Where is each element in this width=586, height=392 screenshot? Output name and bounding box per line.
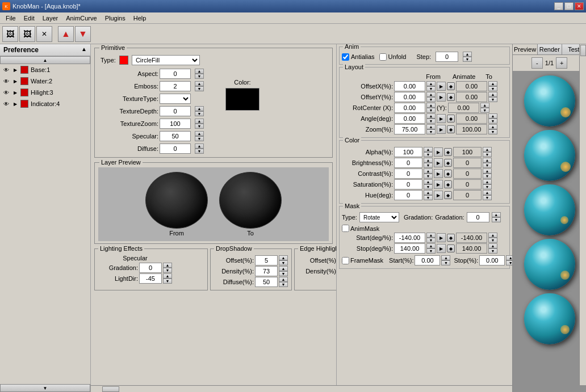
ds-dif-down[interactable]: ▼ — [279, 282, 288, 287]
primitive-type-select[interactable]: CircleFill Circle Rectangle — [132, 55, 200, 65]
toolbar-down-button[interactable]: ▼ — [75, 26, 91, 42]
alpha-to[interactable] — [453, 147, 482, 157]
offsetx-from[interactable] — [394, 81, 425, 91]
ds-den-down[interactable]: ▼ — [279, 271, 288, 276]
lightdir-input[interactable] — [139, 273, 162, 284]
animmask-label[interactable]: AnimMask — [342, 225, 379, 232]
saturation-to[interactable] — [453, 179, 482, 189]
gradation-spinner[interactable]: ▲ ▼ — [163, 263, 172, 273]
ds-offset-input[interactable] — [255, 255, 278, 265]
df-down[interactable]: ▼ — [195, 149, 204, 154]
td-up[interactable]: ▲ — [195, 106, 204, 111]
emboss-spinner[interactable]: ▲ ▼ — [195, 81, 206, 91]
ds-diffuse-input[interactable] — [255, 277, 278, 287]
eye-icon-base[interactable]: 👁 — [2, 66, 10, 74]
mask-start-to[interactable] — [456, 233, 487, 243]
emboss-input[interactable] — [160, 81, 191, 91]
mask-stop-from[interactable] — [394, 243, 425, 254]
texture-zoom-spinner[interactable]: ▲ ▼ — [195, 119, 206, 129]
gradation-input[interactable] — [139, 263, 162, 273]
toolbar-up-button[interactable]: ▲ — [58, 26, 74, 42]
diffuse-input[interactable] — [160, 144, 191, 154]
texture-type-select[interactable] — [160, 94, 191, 104]
color-preview-swatch[interactable] — [225, 88, 259, 111]
ds-density-spinner[interactable]: ▲ ▼ — [279, 266, 288, 276]
step-down[interactable]: ▼ — [463, 57, 472, 62]
sidebar-item-water[interactable]: 👁 ▶ Water:2 — [0, 75, 90, 87]
zoom-from[interactable] — [394, 124, 425, 134]
ds-off-down[interactable]: ▼ — [279, 260, 288, 265]
aspect-input[interactable] — [160, 69, 191, 79]
angle-key[interactable]: ◆ — [447, 115, 455, 123]
expand-icon-indicator[interactable]: ▶ — [12, 101, 18, 107]
expand-icon-base[interactable]: ▶ — [12, 67, 18, 73]
eye-icon-water[interactable]: 👁 — [2, 77, 10, 85]
rotcenter-x-from[interactable] — [394, 103, 425, 113]
nav-next-button[interactable]: + — [556, 57, 567, 69]
texture-zoom-input[interactable] — [160, 119, 191, 129]
alpha-from[interactable] — [394, 147, 422, 157]
angle-animate[interactable]: ▶ — [437, 114, 446, 123]
mask-type-select[interactable]: Rotate — [359, 212, 399, 222]
offsetx-to-spinner[interactable]: ▲▼ — [488, 81, 497, 91]
angle-from[interactable] — [394, 113, 425, 124]
mask-stop-animate[interactable]: ▶ — [437, 244, 446, 253]
zoom-to[interactable] — [456, 124, 487, 134]
sidebar-item-indicator[interactable]: 👁 ▶ Indicator:4 — [0, 98, 90, 109]
aspect-down[interactable]: ▼ — [195, 74, 204, 79]
ds-diffuse-spinner[interactable]: ▲ ▼ — [279, 277, 288, 287]
step-spinner[interactable]: ▲ ▼ — [463, 52, 472, 62]
step-up[interactable]: ▲ — [463, 52, 472, 57]
unfold-checkbox[interactable] — [379, 53, 387, 61]
maximize-button[interactable]: □ — [564, 2, 574, 10]
tab-render[interactable]: Render — [538, 44, 562, 54]
step-input[interactable] — [436, 52, 458, 62]
nav-prev-button[interactable]: - — [531, 57, 543, 69]
brightness-from[interactable] — [394, 158, 422, 168]
hue-to[interactable] — [453, 190, 482, 200]
emboss-down[interactable]: ▼ — [195, 86, 204, 91]
offsetx-key[interactable]: ◆ — [447, 82, 455, 90]
sp-up[interactable]: ▲ — [195, 131, 204, 136]
angle-to[interactable] — [456, 113, 487, 124]
specular-input[interactable] — [160, 131, 191, 141]
titlebar-controls[interactable]: _ □ ✕ — [554, 2, 584, 10]
sidebar-scroll-up[interactable]: ▲ — [0, 56, 90, 64]
brightness-key[interactable]: ◆ — [444, 159, 452, 167]
expand-icon-hilight[interactable]: ▶ — [12, 90, 18, 95]
unfold-label[interactable]: Unfold — [379, 53, 407, 61]
emboss-up[interactable]: ▲ — [195, 81, 204, 86]
brightness-animate[interactable]: ▶ — [434, 158, 443, 167]
menu-plugins[interactable]: Plugins — [102, 14, 129, 23]
rotcenter-y-to[interactable] — [448, 103, 479, 113]
menu-layer[interactable]: Layer — [39, 14, 62, 23]
offsetx-from-spinner[interactable]: ▲▼ — [426, 81, 436, 91]
offsety-key[interactable]: ◆ — [447, 93, 455, 101]
mask-start-key[interactable]: ◆ — [447, 234, 455, 242]
texture-depth-spinner[interactable]: ▲ ▼ — [195, 106, 206, 116]
aspect-up[interactable]: ▲ — [195, 69, 204, 74]
tz-up[interactable]: ▲ — [195, 119, 204, 124]
mask-stop-to[interactable] — [456, 243, 487, 254]
lightdir-spinner[interactable]: ▲ ▼ — [163, 273, 172, 284]
offsety-to-spinner[interactable]: ▲▼ — [488, 92, 497, 102]
diffuse-spinner[interactable]: ▲ ▼ — [195, 144, 206, 154]
sidebar-item-base[interactable]: 👁 ▶ Base:1 — [0, 64, 90, 75]
toolbar-new-button[interactable]: 🖼 — [2, 26, 18, 42]
offsety-to[interactable] — [456, 92, 487, 102]
menu-edit[interactable]: Edit — [20, 14, 38, 23]
saturation-animate[interactable]: ▶ — [434, 180, 443, 189]
ds-dif-up[interactable]: ▲ — [279, 277, 288, 282]
horizontal-scrollbar[interactable] — [91, 385, 512, 392]
sp-down[interactable]: ▼ — [195, 136, 204, 141]
hue-key[interactable]: ◆ — [444, 191, 452, 199]
sidebar-collapse-icon[interactable]: ▲ — [81, 46, 87, 54]
offsety-from[interactable] — [394, 92, 425, 102]
menu-animcurve[interactable]: AnimCurve — [62, 14, 100, 23]
zoom-key[interactable]: ◆ — [447, 125, 455, 133]
antialias-checkbox[interactable] — [342, 53, 349, 61]
grad-up[interactable]: ▲ — [163, 263, 172, 268]
expand-icon-water[interactable]: ▶ — [12, 78, 18, 84]
menu-help[interactable]: Help — [130, 14, 150, 23]
contrast-key[interactable]: ◆ — [444, 170, 452, 178]
